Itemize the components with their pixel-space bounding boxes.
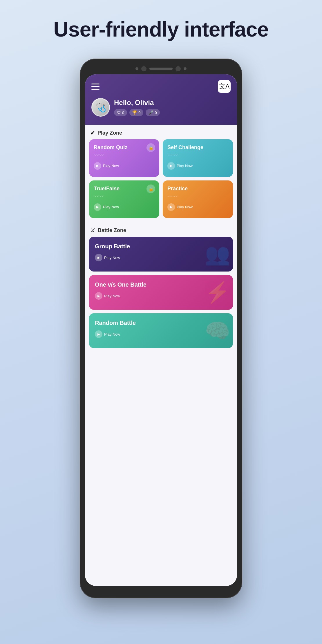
play-zone-title: Play Zone <box>97 130 122 136</box>
practice-wave: 〰〰 <box>167 194 228 200</box>
phone-screen: 文A 🩺 Hello, Olivia 🛡 0 🏆 0 <box>85 74 237 586</box>
random-quiz-play-label: Play Now <box>103 164 119 168</box>
group-battle-play-label: Play Now <box>104 256 120 260</box>
true-false-title: True/False <box>94 186 155 192</box>
true-false-play-label: Play Now <box>103 205 119 209</box>
app-header: 文A 🩺 Hello, Olivia 🛡 0 🏆 0 <box>85 74 237 125</box>
group-battle-bg-icon: 👥 <box>205 242 230 266</box>
hamburger-line-1 <box>91 84 100 84</box>
mic-dot <box>184 67 187 70</box>
play-zone-grid: Random Quiz 〰〰 ▶ Play Now 🔒 Self Challen… <box>85 139 237 222</box>
true-false-lock-icon: 🔒 <box>146 184 155 193</box>
random-battle-card[interactable]: Random Battle ▶ Play Now 🧠 <box>89 313 233 348</box>
hamburger-line-3 <box>91 89 100 90</box>
practice-title: Practice <box>167 186 228 192</box>
header-top-row: 文A <box>91 80 231 93</box>
translate-button[interactable]: 文A <box>218 80 231 93</box>
random-battle-play-label: Play Now <box>104 332 120 337</box>
self-challenge-play-row: ▶ Play Now <box>167 162 228 170</box>
battle-zone-list: Group Battle ▶ Play Now 👥 One v/s One Ba… <box>85 237 237 352</box>
true-false-play-icon[interactable]: ▶ <box>94 203 101 211</box>
avatar: 🩺 <box>91 98 110 117</box>
practice-card[interactable]: Practice 〰〰 ▶ Play Now <box>163 180 233 218</box>
mic-count: 0 <box>155 111 157 115</box>
page-title: User-friendly interface <box>53 17 268 41</box>
self-challenge-card[interactable]: Self Challenge 〰〰 ▶ Play Now <box>163 139 233 177</box>
random-quiz-play-icon[interactable]: ▶ <box>94 162 101 170</box>
random-quiz-lock-icon: 🔒 <box>146 143 155 152</box>
random-battle-play-icon[interactable]: ▶ <box>95 330 102 338</box>
self-challenge-play-icon[interactable]: ▶ <box>167 162 175 170</box>
random-quiz-wave: 〰〰 <box>94 153 155 159</box>
true-false-card[interactable]: True/False 〰〰 ▶ Play Now 🔒 <box>89 180 159 218</box>
true-false-play-row: ▶ Play Now <box>94 203 155 211</box>
user-row: 🩺 Hello, Olivia 🛡 0 🏆 0 🎤 <box>91 98 231 117</box>
shield-icon: 🛡 <box>117 110 121 115</box>
true-false-wave: 〰〰 <box>94 194 155 200</box>
speaker <box>149 68 173 70</box>
one-vs-one-play-icon[interactable]: ▶ <box>95 292 102 300</box>
random-battle-bg-icon: 🧠 <box>205 319 230 343</box>
practice-play-row: ▶ Play Now <box>167 203 228 211</box>
random-quiz-title: Random Quiz <box>94 144 155 151</box>
battle-zone-title: Battle Zone <box>98 227 126 234</box>
self-challenge-play-label: Play Now <box>177 164 193 168</box>
battle-zone-icon: ⚔ <box>90 227 95 234</box>
self-challenge-title: Self Challenge <box>167 144 228 151</box>
one-vs-one-play-label: Play Now <box>104 294 120 298</box>
random-quiz-play-row: ▶ Play Now <box>94 162 155 170</box>
stats-row: 🛡 0 🏆 0 🎤 0 <box>114 109 231 116</box>
hamburger-line-2 <box>91 86 100 87</box>
phone-frame: 文A 🩺 Hello, Olivia 🛡 0 🏆 0 <box>80 59 242 598</box>
stat-trophy: 🏆 0 <box>129 109 143 116</box>
trophy-count: 0 <box>138 111 140 115</box>
practice-play-label: Play Now <box>177 205 193 209</box>
battle-zone-header: ⚔ Battle Zone <box>85 222 237 237</box>
one-vs-one-card[interactable]: One v/s One Battle ▶ Play Now ⚡ <box>89 275 233 310</box>
user-info: Hello, Olivia 🛡 0 🏆 0 🎤 0 <box>114 99 231 116</box>
practice-play-icon[interactable]: ▶ <box>167 203 175 211</box>
self-challenge-wave: 〰〰 <box>167 153 228 159</box>
random-quiz-card[interactable]: Random Quiz 〰〰 ▶ Play Now 🔒 <box>89 139 159 177</box>
mic-icon: 🎤 <box>149 110 153 115</box>
shield-count: 0 <box>122 111 124 115</box>
trophy-icon: 🏆 <box>132 110 137 115</box>
greeting-text: Hello, Olivia <box>114 99 231 107</box>
sensor <box>176 66 181 71</box>
group-battle-card[interactable]: Group Battle ▶ Play Now 👥 <box>89 237 233 272</box>
camera-dot <box>135 67 138 70</box>
play-zone-header: ✔ Play Zone <box>85 125 237 139</box>
stat-mic: 🎤 0 <box>146 109 160 116</box>
front-camera <box>141 66 146 71</box>
one-vs-one-bg-icon: ⚡ <box>205 281 230 304</box>
screen-content: ✔ Play Zone Random Quiz 〰〰 ▶ Play Now 🔒 … <box>85 125 237 586</box>
phone-notch <box>85 64 237 74</box>
stat-shield: 🛡 0 <box>114 109 127 116</box>
group-battle-play-icon[interactable]: ▶ <box>95 254 102 261</box>
hamburger-button[interactable] <box>91 81 103 92</box>
play-zone-icon: ✔ <box>90 129 95 136</box>
